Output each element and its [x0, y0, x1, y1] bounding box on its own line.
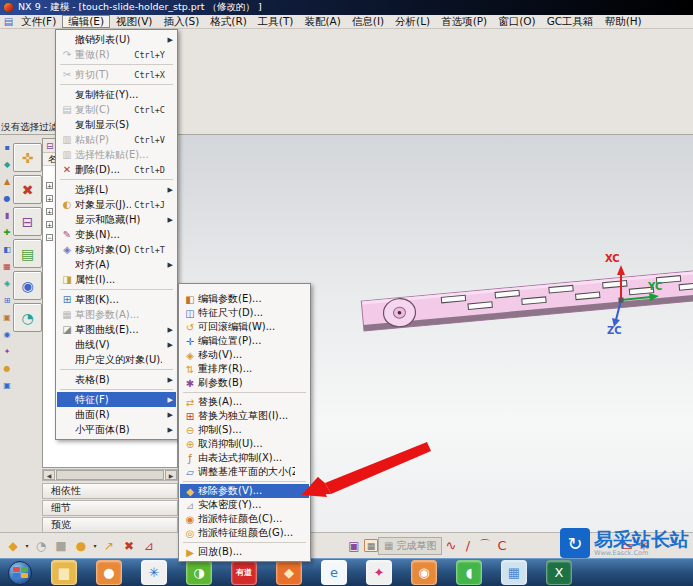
move-face-icon[interactable]: ↗: [99, 537, 119, 555]
menu-item-curve[interactable]: 曲线(V) ▶: [57, 337, 176, 352]
menu-item-feature-dimension[interactable]: ◫ 特征尺寸(D)...: [180, 306, 309, 320]
menu-item-move-object[interactable]: ◈ 移动对象(O)... Ctrl+T: [57, 242, 176, 257]
sc roll-left-icon[interactable]: ◀: [43, 470, 55, 480]
menu-item-undo-list[interactable]: 撤销列表(U) ▶: [57, 32, 176, 47]
menu-item-align[interactable]: 对齐(A) ▶: [57, 257, 176, 272]
wechat-icon[interactable]: ◖: [456, 560, 482, 585]
menubar-item-analysis[interactable]: 分析(L): [390, 15, 435, 28]
palette-icon-10[interactable]: ⊞: [2, 295, 13, 306]
ie-icon[interactable]: e: [321, 560, 347, 585]
menu-item-copy[interactable]: ▤ 复制(C) Ctrl+C: [57, 102, 176, 117]
palette-icon-6[interactable]: ✚: [2, 227, 13, 238]
menu-item-assign-feature-color[interactable]: ◉ 指派特征颜色(C)...: [180, 512, 309, 526]
menu-item-surface[interactable]: 曲面(R) ▶: [57, 407, 176, 422]
menu-item-move-feature[interactable]: ◈ 移动(V)...: [180, 348, 309, 362]
menu-item-edit-position[interactable]: ✛ 编辑位置(P)...: [180, 334, 309, 348]
tree-expander[interactable]: +: [46, 208, 53, 215]
palette-icon-3[interactable]: ▲: [2, 176, 13, 187]
menubar-item-file[interactable]: 文件(F): [16, 15, 61, 28]
menubar-item-tools[interactable]: 工具(T): [253, 15, 299, 28]
panel-dependencies[interactable]: 相依性: [42, 483, 178, 499]
menu-item-paste-special[interactable]: ▥ 选择性粘贴(E)...: [57, 147, 176, 162]
menu-item-assign-feature-group-color[interactable]: ◎ 指派特征组颜色(G)...: [180, 526, 309, 540]
menu-item-transform[interactable]: ✎ 变换(N)...: [57, 227, 176, 242]
snapshot-icon[interactable]: ▦: [364, 539, 378, 552]
menubar-item-preferences[interactable]: 首选项(P): [436, 15, 492, 28]
history-tab[interactable]: ◔: [13, 303, 42, 332]
orange-sphere-icon[interactable]: ◉: [411, 560, 437, 585]
menu-item-copy-display[interactable]: 复制显示(S): [57, 117, 176, 132]
scroll-right-icon[interactable]: ▶: [165, 470, 177, 480]
palette-icon-2[interactable]: ◆: [2, 159, 13, 170]
menu-item-user-defined-object[interactable]: 用户定义的对象(U)...: [57, 352, 176, 367]
finish-sketch-button[interactable]: ▦ 完成草图: [378, 537, 442, 555]
menu-item-playback[interactable]: ▶ 回放(B)...: [180, 545, 309, 559]
palette-icon-13[interactable]: ✦: [2, 346, 13, 357]
palette-icon-4[interactable]: ●: [2, 193, 13, 204]
model-part[interactable]: [361, 271, 693, 331]
menu-item-copy-feature[interactable]: 复制特征(Y)...: [57, 87, 176, 102]
browser-360-icon[interactable]: ◑: [186, 560, 212, 585]
media-center-icon[interactable]: ✦: [366, 560, 392, 585]
youdao-dict-icon[interactable]: 有道: [231, 560, 257, 585]
menu-item-sketch-parameters[interactable]: ▦ 草图参数(A)...: [57, 307, 176, 322]
menu-item-delete[interactable]: ✕ 删除(D)... Ctrl+D: [57, 162, 176, 177]
start-orb[interactable]: [8, 561, 32, 585]
menubar-item-edit[interactable]: 编辑(E): [62, 15, 110, 28]
menu-item-redo[interactable]: ↷ 重做(R) Ctrl+Y: [57, 47, 176, 62]
menu-item-sketch[interactable]: ⊞ 草图(K)...: [57, 292, 176, 307]
palette-icon-8[interactable]: ▦: [2, 261, 13, 272]
placeholder-icon[interactable]: ■: [51, 537, 71, 555]
menu-item-object-display[interactable]: ◐ 对象显示(J)... Ctrl+J: [57, 197, 176, 212]
tree-expander[interactable]: +: [46, 221, 53, 228]
explorer-icon[interactable]: ▆: [51, 560, 77, 585]
menu-item-feature[interactable]: 特征(F) ▶: [57, 392, 176, 407]
palette-icon-11[interactable]: ▣: [2, 312, 13, 323]
dropdown-caret[interactable]: ▾: [91, 542, 99, 549]
menu-item-table[interactable]: 表格(B) ▶: [57, 372, 176, 387]
media-player-icon[interactable]: ●: [96, 560, 122, 585]
menu-item-sketch-curve[interactable]: ◪ 草图曲线(E)... ▶: [57, 322, 176, 337]
menu-item-suppress-by-expression[interactable]: ƒ 由表达式抑制(X)...: [180, 451, 309, 465]
menubar-item-format[interactable]: 格式(R): [205, 15, 252, 28]
menu-item-unsuppress[interactable]: ⊕ 取消抑制(U)...: [180, 437, 309, 451]
horizontal-scrollbar[interactable]: ◀ ▶: [42, 469, 178, 481]
image-icon[interactable]: ▣: [344, 537, 364, 555]
constraint-navigator-tab[interactable]: ✖: [13, 175, 42, 204]
menu-item-cut[interactable]: ✂ 剪切(T) Ctrl+X: [57, 67, 176, 82]
reuse-library-tab[interactable]: ▤: [13, 239, 42, 268]
scrollbar-thumb[interactable]: [56, 470, 164, 480]
menu-item-select[interactable]: 选择(L) ▶: [57, 182, 176, 197]
internet-explorer-tab[interactable]: ◉: [13, 271, 42, 300]
menubar-item-window[interactable]: 窗口(O): [493, 15, 540, 28]
roles-people-icon[interactable]: ●: [2, 363, 13, 374]
history-disk-icon[interactable]: ▣: [2, 380, 13, 391]
tree-expander[interactable]: −: [46, 234, 53, 241]
excel-icon[interactable]: X: [546, 560, 572, 585]
menu-item-remove-parameters[interactable]: ◆ 移除参数(V)...: [180, 484, 309, 498]
offset-region-icon[interactable]: ⊿: [139, 537, 159, 555]
feature-cube-icon[interactable]: ◆: [3, 537, 23, 555]
menu-item-solid-density[interactable]: ⊿ 实体密度(Y)...: [180, 498, 309, 512]
delete-face-icon[interactable]: ✖: [119, 537, 139, 555]
delay-icon[interactable]: ◔: [31, 537, 51, 555]
colorful-sphere-icon[interactable]: ✳: [141, 560, 167, 585]
menu-item-show-hide[interactable]: 显示和隐藏(H) ▶: [57, 212, 176, 227]
arc-tool-icon[interactable]: ⌒: [476, 537, 493, 555]
menu-item-replace-with-independent-sketch[interactable]: ⊞ 替换为独立草图(I)...: [180, 409, 309, 423]
menu-item-properties[interactable]: ◨ 属性(I)...: [57, 272, 176, 287]
tree-expander[interactable]: +: [46, 182, 53, 189]
palette-icon-1[interactable]: ▪: [2, 142, 13, 153]
palette-icon-7[interactable]: ◧: [2, 244, 13, 255]
tree-expander[interactable]: +: [46, 195, 53, 202]
panel-preview[interactable]: 预览: [42, 517, 178, 533]
menubar-item-view[interactable]: 视图(V): [111, 15, 157, 28]
menu-item-edit-with-rollback[interactable]: ↺ 可回滚编辑(W)...: [180, 320, 309, 334]
dropdown-caret[interactable]: ▾: [23, 542, 31, 549]
part-navigator-tab[interactable]: ⊟: [13, 207, 42, 236]
palette-icon-5[interactable]: ▮: [2, 210, 13, 221]
line-tool-icon[interactable]: /: [459, 537, 476, 555]
menubar-item-help[interactable]: 帮助(H): [600, 15, 647, 28]
menu-item-resize-datum-plane[interactable]: ▱ 调整基准平面的大小(Z)...: [180, 465, 309, 479]
menu-item-edit-parameters[interactable]: ◧ 编辑参数(E)...: [180, 292, 309, 306]
